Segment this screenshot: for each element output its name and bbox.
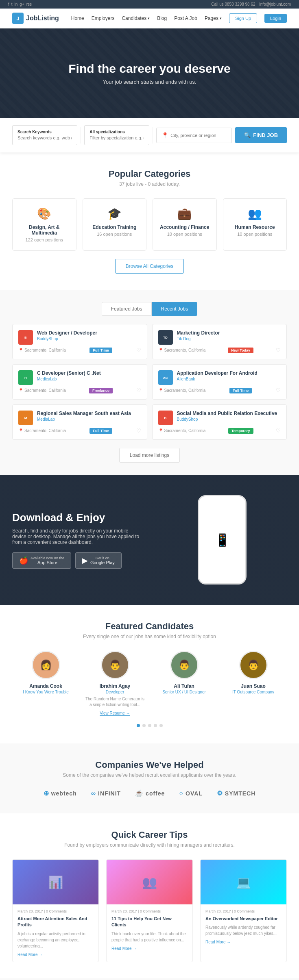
tab-featured-jobs[interactable]: Featured Jobs	[102, 302, 152, 316]
job-card-1[interactable]: B Web Designer / Developer BuddyShop 📍 S…	[12, 324, 147, 359]
nav-home[interactable]: Home	[71, 15, 84, 21]
company-webtech[interactable]: ⊕ webtech	[44, 789, 77, 797]
job-card-4-header: AB Application Developer For Android All…	[158, 370, 281, 385]
tip-meta-2: March 28, 2017 | 0 Comments	[111, 909, 188, 913]
nav-employers[interactable]: Employers	[92, 15, 115, 21]
find-job-button[interactable]: 🔍 FIND JOB	[235, 127, 287, 143]
keywords-input[interactable]	[17, 135, 72, 140]
nav-pages[interactable]: Pages	[205, 15, 222, 21]
candidate-role-1: I Know You Were Trouble	[15, 690, 76, 694]
contact-info: Call us 0850 3298 98 62 info@joblunt.com	[211, 2, 291, 7]
nav-candidates[interactable]: Candidates	[122, 15, 150, 21]
keywords-label: Search Keywords	[17, 130, 72, 134]
google-play-button[interactable]: ▶ Get it on Google Play	[75, 552, 122, 569]
company-infinit[interactable]: ∞ INFINIT	[91, 790, 121, 797]
coffee-name: coffee	[146, 790, 165, 797]
location-input[interactable]	[170, 133, 227, 138]
social-links[interactable]: f t in g+ rss	[8, 2, 32, 7]
tip-desc-1: A job is a regular activity performed in…	[17, 931, 94, 949]
tip-content-2: March 28, 2017 | 0 Comments 11 Tips to H…	[107, 904, 192, 956]
company-oval[interactable]: ○ OVAL	[179, 790, 203, 797]
read-more-2[interactable]: Read More →	[111, 946, 188, 951]
candidate-role-4: IT Outsource Company	[223, 690, 284, 694]
linkedin-icon[interactable]: in	[15, 2, 18, 7]
tip-title-3: An Overworked Newspaper Editor	[205, 916, 282, 922]
job-card-3[interactable]: H C Developer (Senior) C .Net Medical.ab…	[12, 364, 147, 400]
job-location-4: 📍 Sacramento, California	[158, 388, 206, 393]
job-card-4[interactable]: AB Application Developer For Android All…	[152, 364, 287, 400]
apple-icon: 🍎	[19, 556, 28, 565]
tip-card-2[interactable]: 👥 March 28, 2017 | 0 Comments 11 Tips to…	[106, 859, 193, 962]
candidates-grid: 👩 Amanda Cook I Know You Were Trouble 👨 …	[12, 651, 287, 716]
app-desc: Search, find and apply for jobs directly…	[12, 528, 142, 545]
job-badge-2: New Today	[228, 348, 253, 353]
heart-icon-6[interactable]: ♡	[276, 428, 281, 434]
heart-icon-1[interactable]: ♡	[136, 347, 141, 353]
divider-2	[153, 127, 153, 143]
specialization-input[interactable]	[89, 135, 144, 140]
education-count: 16 open positions	[89, 232, 140, 237]
nav-blog[interactable]: Blog	[157, 15, 167, 21]
load-more-button[interactable]: Load more listings	[119, 448, 180, 463]
job-title-1: Web Designer / Developer	[37, 330, 141, 336]
company-coffee[interactable]: ☕ coffee	[135, 789, 165, 797]
dot-2[interactable]	[142, 724, 146, 727]
job-card-2-footer: 📍 Sacramento, California New Today ♡	[158, 347, 281, 353]
tip-image-1: 📊	[13, 860, 98, 904]
view-resume-button[interactable]: View Resume →	[100, 711, 130, 716]
company-symtech[interactable]: ⚙ SYMTECH	[217, 789, 255, 797]
category-design[interactable]: 🎨 Design, Art & Multimedia 122 open posi…	[12, 198, 76, 251]
tip-card-1[interactable]: 📊 March 28, 2017 | 0 Comments Attract Mo…	[12, 859, 99, 962]
tab-recent-jobs[interactable]: Recent Jobs	[152, 302, 198, 316]
tip-meta-1: March 28, 2017 | 0 Comments	[17, 909, 94, 913]
job-card-5[interactable]: M Regional Sales Manager South east Asia…	[12, 404, 147, 440]
design-name: Design, Art & Multimedia	[19, 224, 70, 236]
category-accounting[interactable]: 💼 Accounting / Finance 10 open positions	[153, 198, 217, 251]
heart-icon-5[interactable]: ♡	[136, 428, 141, 434]
facebook-icon[interactable]: f	[8, 2, 9, 7]
nav-post-job[interactable]: Post A Job	[174, 15, 197, 21]
hr-icon: 👥	[229, 207, 281, 220]
dot-3[interactable]	[148, 724, 151, 727]
job-title-2: Marketing Director	[177, 330, 281, 336]
googleplus-icon[interactable]: g+	[20, 2, 24, 7]
job-card-6-footer: 📍 Sacramento, California Temporary ♡	[158, 428, 281, 434]
company-logo-1: B	[18, 330, 33, 345]
location-icon: 📍	[162, 132, 168, 139]
candidate-1: 👩 Amanda Cook I Know You Were Trouble	[15, 651, 76, 716]
job-card-2[interactable]: TD Marketing Director Tik Dog 📍 Sacramen…	[152, 324, 287, 359]
job-title-4: Application Developer For Android	[177, 370, 281, 376]
candidate-avatar-2: 👨	[101, 651, 129, 679]
login-button[interactable]: Login	[264, 14, 287, 23]
category-hr[interactable]: 👥 Human Resource 10 open positions	[223, 198, 287, 251]
heart-icon-4[interactable]: ♡	[276, 387, 281, 393]
heart-icon-2[interactable]: ♡	[276, 347, 281, 353]
candidate-3: 👨 Ali Tufan Senior UX / UI Designer	[154, 651, 215, 716]
company-name-6: BuddyShop	[177, 417, 281, 422]
twitter-icon[interactable]: t	[11, 2, 13, 7]
signup-button[interactable]: Sign Up	[229, 13, 257, 23]
appstore-button[interactable]: 🍎 Available now on the App Store	[12, 552, 71, 569]
how-it-works-section: How It Works Each month, more than 3 mil…	[0, 978, 299, 980]
job-location-5: 📍 Sacramento, California	[18, 428, 66, 433]
dot-1[interactable]	[137, 724, 140, 727]
app-section: Download & Enjoy Search, find and apply …	[0, 475, 299, 605]
category-education[interactable]: 🎓 Education Training 16 open positions	[83, 198, 147, 251]
keywords-field: Search Keywords	[12, 125, 77, 145]
read-more-3[interactable]: Read More →	[205, 940, 282, 944]
company-name-2: Tik Dog	[177, 337, 281, 341]
rss-icon[interactable]: rss	[26, 2, 32, 7]
read-more-1[interactable]: Read More →	[17, 952, 94, 957]
heart-icon-3[interactable]: ♡	[136, 387, 141, 393]
categories-grid: 🎨 Design, Art & Multimedia 122 open posi…	[12, 198, 287, 251]
logo[interactable]: J JobListing	[12, 13, 59, 24]
dot-4[interactable]	[154, 724, 157, 727]
tip-card-3[interactable]: 💻 March 28, 2017 | 0 Comments An Overwor…	[200, 859, 287, 962]
job-card-6[interactable]: B Social Media and Public Relation Execu…	[152, 404, 287, 440]
location-field[interactable]: 📍	[156, 128, 232, 143]
search-bar: Search Keywords All specializations 📍 🔍 …	[0, 118, 299, 152]
browse-categories-button[interactable]: Browse All Categories	[115, 259, 184, 274]
job-info-4: Application Developer For Android AllenB…	[177, 370, 281, 381]
dot-5[interactable]	[159, 724, 163, 727]
job-card-1-header: B Web Designer / Developer BuddyShop	[18, 330, 141, 345]
